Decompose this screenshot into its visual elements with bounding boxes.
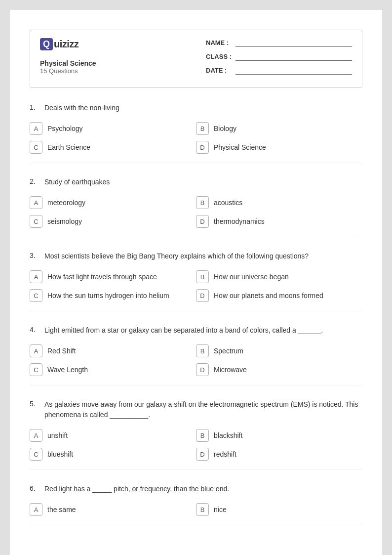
- option-4-B[interactable]: BSpectrum: [196, 344, 362, 357]
- divider-5: [30, 470, 362, 470]
- option-5-A[interactable]: Aunshift: [30, 429, 196, 442]
- option-text-5-D: redshift: [214, 450, 236, 458]
- option-letter-5-C: C: [30, 448, 42, 461]
- option-letter-2-A: A: [30, 196, 42, 209]
- option-letter-3-D: D: [196, 289, 209, 302]
- option-letter-4-B: B: [196, 344, 209, 357]
- option-5-C[interactable]: Cblueshift: [30, 448, 196, 461]
- logo-rest: uizizz: [54, 39, 78, 50]
- quiz-title: Physical Science: [40, 59, 186, 67]
- logo-q: Q: [40, 38, 53, 50]
- question-row-3: 3.Most scientists believe the Big Bang T…: [30, 251, 362, 261]
- question-row-1: 1.Deals with the non-living: [30, 103, 362, 113]
- option-2-D[interactable]: Dthermodynamics: [196, 215, 362, 228]
- divider-3: [30, 311, 362, 311]
- question-4: 4.Light emitted from a star or galaxy ca…: [30, 325, 362, 385]
- options-grid-5: AunshiftBblackshiftCblueshiftDredshift: [30, 429, 362, 461]
- question-row-5: 5.As galaxies move away from our galaxy …: [30, 399, 362, 420]
- option-letter-1-C: C: [30, 141, 42, 154]
- option-5-D[interactable]: Dredshift: [196, 448, 362, 461]
- option-letter-2-B: B: [196, 196, 209, 209]
- option-letter-2-D: D: [196, 215, 209, 228]
- class-line: [235, 52, 352, 61]
- option-letter-3-C: C: [30, 289, 42, 302]
- option-1-C[interactable]: CEarth Science: [30, 141, 196, 154]
- options-grid-3: AHow fast light travels through spaceBHo…: [30, 270, 362, 302]
- option-text-3-D: How our planets and moons formed: [214, 292, 323, 299]
- option-letter-1-A: A: [30, 122, 42, 135]
- option-text-1-C: Earth Science: [47, 143, 90, 151]
- question-number-2: 2.: [30, 177, 44, 185]
- date-label: DATE :: [206, 67, 235, 74]
- question-text-1: Deals with the non-living: [44, 103, 362, 113]
- option-3-A[interactable]: AHow fast light travels through space: [30, 270, 196, 283]
- option-text-2-D: thermodynamics: [214, 217, 265, 225]
- question-number-1: 1.: [30, 103, 44, 111]
- options-grid-2: AmeteorologyBacousticsCseismologyDthermo…: [30, 196, 362, 228]
- option-text-6-B: nice: [214, 506, 227, 513]
- option-6-A[interactable]: Athe same: [30, 503, 196, 516]
- question-text-5: As galaxies move away from our galaxy a …: [44, 399, 362, 420]
- option-letter-4-A: A: [30, 344, 42, 357]
- question-number-6: 6.: [30, 484, 44, 492]
- option-letter-1-B: B: [196, 122, 209, 135]
- question-6: 6.Red light has a _____ pitch, or freque…: [30, 484, 362, 525]
- option-3-C[interactable]: CHow the sun turns hydrogen into helium: [30, 289, 196, 302]
- option-text-2-C: seismology: [47, 217, 82, 225]
- option-4-C[interactable]: CWave Length: [30, 363, 196, 376]
- question-number-4: 4.: [30, 325, 44, 334]
- option-2-B[interactable]: Bacoustics: [196, 196, 362, 209]
- option-text-4-B: Spectrum: [214, 347, 243, 355]
- option-letter-6-A: A: [30, 503, 42, 516]
- divider-6: [30, 525, 362, 525]
- option-3-D[interactable]: DHow our planets and moons formed: [196, 289, 362, 302]
- question-text-6: Red light has a _____ pitch, or frequenc…: [44, 484, 362, 494]
- option-4-A[interactable]: ARed Shift: [30, 344, 196, 357]
- option-text-5-B: blackshift: [214, 431, 242, 439]
- class-label: CLASS :: [206, 53, 235, 60]
- option-text-2-B: acoustics: [214, 199, 242, 207]
- option-text-3-B: How our universe began: [214, 273, 289, 281]
- option-4-D[interactable]: DMicrowave: [196, 363, 362, 376]
- option-3-B[interactable]: BHow our universe began: [196, 270, 362, 283]
- date-line: [235, 66, 352, 75]
- question-number-5: 5.: [30, 399, 44, 408]
- option-text-4-C: Wave Length: [47, 366, 88, 374]
- date-field-row: DATE :: [206, 66, 352, 75]
- header-left: Quizizz Physical Science 15 Questions: [40, 38, 186, 75]
- options-grid-6: Athe sameBnice: [30, 503, 362, 516]
- question-2: 2.Study of earthquakesAmeteorologyBacous…: [30, 177, 362, 237]
- option-text-3-C: How the sun turns hydrogen into helium: [47, 292, 169, 299]
- question-5: 5.As galaxies move away from our galaxy …: [30, 399, 362, 470]
- name-field-row: NAME :: [206, 38, 352, 47]
- option-1-A[interactable]: APsychology: [30, 122, 196, 135]
- option-2-A[interactable]: Ameteorology: [30, 196, 196, 209]
- option-5-B[interactable]: Bblackshift: [196, 429, 362, 442]
- option-letter-4-C: C: [30, 363, 42, 376]
- divider-2: [30, 237, 362, 237]
- options-grid-1: APsychologyBBiologyCEarth ScienceDPhysic…: [30, 122, 362, 154]
- option-text-1-A: Psychology: [47, 125, 83, 132]
- option-letter-5-A: A: [30, 429, 42, 442]
- option-text-1-D: Physical Science: [214, 143, 266, 151]
- question-text-2: Study of earthquakes: [44, 177, 362, 187]
- logo: Quizizz: [40, 38, 186, 50]
- name-line: [235, 38, 352, 47]
- options-grid-4: ARed ShiftBSpectrumCWave LengthDMicrowav…: [30, 344, 362, 376]
- option-text-4-A: Red Shift: [47, 347, 76, 355]
- option-1-D[interactable]: DPhysical Science: [196, 141, 362, 154]
- class-field-row: CLASS :: [206, 52, 352, 61]
- option-text-5-A: unshift: [47, 431, 68, 439]
- option-text-3-A: How fast light travels through space: [47, 273, 157, 281]
- option-2-C[interactable]: Cseismology: [30, 215, 196, 228]
- option-text-1-B: Biology: [214, 125, 236, 132]
- question-row-4: 4.Light emitted from a star or galaxy ca…: [30, 325, 362, 336]
- option-6-B[interactable]: Bnice: [196, 503, 362, 516]
- option-letter-4-D: D: [196, 363, 209, 376]
- question-text-4: Light emitted from a star or galaxy can …: [44, 325, 362, 336]
- option-letter-5-D: D: [196, 448, 209, 461]
- divider-4: [30, 385, 362, 385]
- question-row-6: 6.Red light has a _____ pitch, or freque…: [30, 484, 362, 494]
- divider-1: [30, 163, 362, 163]
- option-1-B[interactable]: BBiology: [196, 122, 362, 135]
